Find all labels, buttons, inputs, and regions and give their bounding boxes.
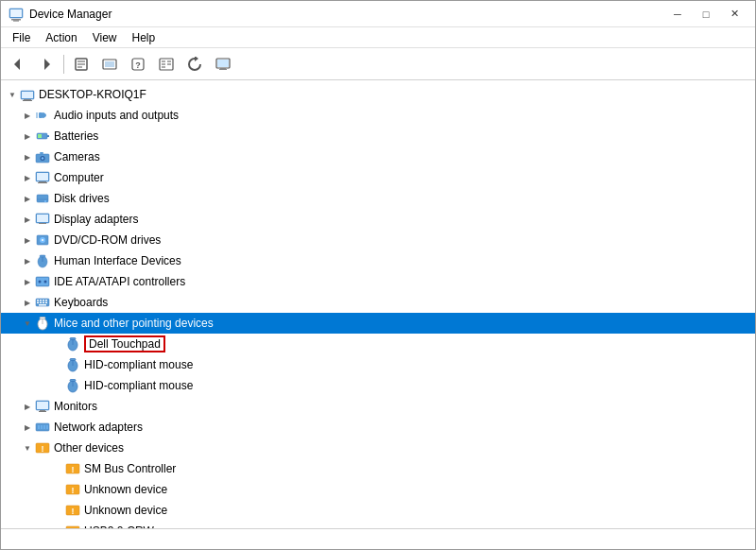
category-computer[interactable]: ▶ Computer bbox=[1, 167, 755, 188]
monitor-button[interactable] bbox=[210, 52, 236, 77]
display-label: Display adapters bbox=[54, 213, 138, 226]
svg-rect-84 bbox=[39, 411, 46, 412]
svg-point-51 bbox=[42, 239, 43, 241]
forward-icon bbox=[39, 57, 54, 72]
svg-rect-71 bbox=[40, 318, 45, 319]
cameras-expander[interactable]: ▶ bbox=[20, 149, 35, 164]
ide-expander[interactable]: ▶ bbox=[20, 274, 35, 289]
monitors-expander[interactable]: ▶ bbox=[20, 399, 35, 414]
device-dell-touchpad[interactable]: ▶ Dell Touchpad bbox=[1, 334, 755, 354]
batteries-expander[interactable]: ▶ bbox=[20, 129, 35, 144]
svg-rect-22 bbox=[220, 68, 226, 69]
svg-rect-61 bbox=[40, 300, 42, 301]
svg-rect-43 bbox=[37, 195, 48, 202]
category-audio[interactable]: ▶ Audio inputs and outputs bbox=[1, 105, 755, 126]
category-hid[interactable]: ▶ Human Interface Devices bbox=[1, 250, 755, 271]
svg-rect-64 bbox=[37, 302, 39, 304]
batteries-label: Batteries bbox=[54, 129, 98, 143]
svg-rect-3 bbox=[10, 9, 22, 17]
audio-icon bbox=[35, 108, 50, 123]
update-driver-button[interactable] bbox=[96, 52, 123, 77]
hid-expander[interactable]: ▶ bbox=[20, 253, 35, 268]
svg-text:?: ? bbox=[135, 60, 141, 70]
svg-rect-28 bbox=[39, 112, 43, 118]
menu-view[interactable]: View bbox=[85, 29, 125, 46]
expand-icon bbox=[159, 57, 174, 72]
display-expander[interactable]: ▶ bbox=[20, 212, 35, 227]
hid-mouse-1-icon bbox=[65, 357, 80, 372]
toolbar: ? bbox=[1, 48, 755, 80]
category-network[interactable]: ▶ Network adapters bbox=[1, 417, 755, 438]
refresh-icon bbox=[187, 57, 202, 72]
category-ide[interactable]: ▶ IDE ATA/ATAPI controllers bbox=[1, 271, 755, 292]
unknown-1-icon: ! bbox=[65, 482, 80, 497]
help-button[interactable]: ? bbox=[125, 52, 151, 77]
dvd-icon bbox=[35, 232, 50, 248]
update-icon bbox=[102, 57, 117, 72]
computer-expander[interactable]: ▶ bbox=[20, 170, 35, 185]
device-sm-bus[interactable]: ▶ ! SM Bus Controller bbox=[1, 458, 755, 479]
disk-expander[interactable]: ▶ bbox=[20, 191, 35, 206]
device-manager-window: Device Manager ─ □ ✕ File Action View He… bbox=[0, 0, 756, 550]
category-other[interactable]: ▼ ! Other devices bbox=[1, 438, 755, 458]
back-button[interactable] bbox=[5, 52, 31, 77]
root-label: DESKTOP-KROIQ1F bbox=[39, 88, 146, 101]
toolbar-separator-1 bbox=[63, 55, 64, 74]
computer-label: Computer bbox=[54, 171, 104, 184]
display-icon bbox=[35, 212, 50, 227]
audio-expander[interactable]: ▶ bbox=[20, 108, 35, 123]
title-bar-left: Device Manager bbox=[9, 7, 112, 22]
svg-rect-23 bbox=[219, 69, 227, 70]
svg-rect-38 bbox=[40, 152, 43, 154]
svg-rect-1 bbox=[11, 19, 21, 21]
svg-rect-11 bbox=[105, 61, 114, 67]
minimize-button[interactable]: ─ bbox=[664, 4, 691, 25]
unknown-1-label: Unknown device bbox=[84, 483, 167, 496]
category-dvd[interactable]: ▶ DVD/CD-ROM drives bbox=[1, 230, 755, 250]
svg-rect-66 bbox=[43, 302, 44, 304]
dell-touchpad-label: Dell Touchpad bbox=[84, 335, 165, 352]
root-expander[interactable]: ▼ bbox=[5, 87, 20, 102]
refresh-button[interactable] bbox=[181, 52, 208, 77]
svg-rect-42 bbox=[38, 182, 47, 183]
category-batteries[interactable]: ▶ Batteries bbox=[1, 126, 755, 146]
expand-button[interactable] bbox=[153, 52, 180, 77]
device-usb[interactable]: ▶ ! USB2.0-CRW bbox=[1, 521, 755, 528]
svg-marker-5 bbox=[44, 59, 50, 70]
svg-rect-41 bbox=[39, 181, 46, 182]
keyboards-expander[interactable]: ▶ bbox=[20, 295, 35, 310]
tree-root[interactable]: ▼ DESKTOP-KROIQ1F bbox=[1, 84, 755, 105]
device-unknown-2[interactable]: ▶ ! Unknown device bbox=[1, 500, 755, 521]
mice-expander[interactable]: ▼ bbox=[20, 316, 35, 331]
svg-rect-25 bbox=[22, 92, 33, 98]
category-display[interactable]: ▶ Display adapters bbox=[1, 209, 755, 230]
menu-file[interactable]: File bbox=[5, 29, 38, 46]
properties-button[interactable] bbox=[68, 52, 94, 77]
svg-rect-68 bbox=[39, 304, 46, 306]
category-cameras[interactable]: ▶ Cameras bbox=[1, 146, 755, 167]
category-mice[interactable]: ▼ Mice and other pointing devices bbox=[1, 313, 755, 334]
category-keyboards[interactable]: ▶ Keyboards bbox=[1, 292, 755, 313]
device-hid-mouse-1[interactable]: ▶ HID-compliant mouse bbox=[1, 354, 755, 375]
batteries-icon bbox=[35, 129, 50, 144]
cameras-label: Cameras bbox=[54, 150, 100, 163]
menu-action[interactable]: Action bbox=[38, 29, 84, 46]
monitors-label: Monitors bbox=[54, 400, 97, 413]
network-expander[interactable]: ▶ bbox=[20, 420, 35, 435]
svg-rect-47 bbox=[37, 215, 48, 222]
close-button[interactable]: ✕ bbox=[721, 4, 747, 25]
menu-help[interactable]: Help bbox=[125, 29, 163, 46]
other-expander[interactable]: ▼ bbox=[20, 440, 35, 455]
hid-mouse-1-label: HID-compliant mouse bbox=[84, 358, 193, 371]
device-unknown-1[interactable]: ▶ ! Unknown device bbox=[1, 479, 755, 500]
ide-icon bbox=[35, 274, 50, 289]
category-monitors[interactable]: ▶ Monitors bbox=[1, 396, 755, 417]
help-icon: ? bbox=[130, 57, 146, 72]
maximize-button[interactable]: □ bbox=[693, 4, 719, 25]
forward-button[interactable] bbox=[33, 52, 60, 77]
device-hid-mouse-2[interactable]: ▶ HID-compliant mouse bbox=[1, 375, 755, 396]
category-disk[interactable]: ▶ Disk drives bbox=[1, 188, 755, 209]
root-icon bbox=[20, 87, 35, 102]
title-bar: Device Manager ─ □ ✕ bbox=[1, 1, 755, 27]
dvd-expander[interactable]: ▶ bbox=[20, 232, 35, 248]
